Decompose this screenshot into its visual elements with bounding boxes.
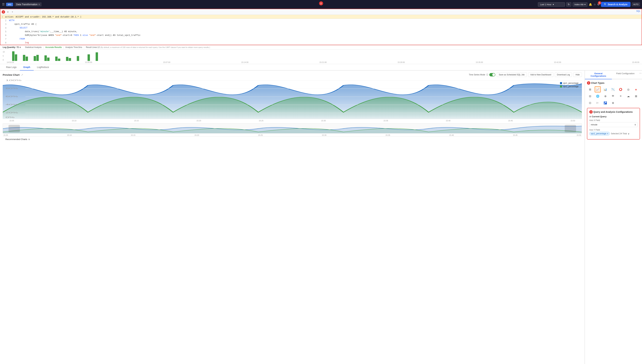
log-quantity[interactable]: Log Quantity: 72 ∧: [3, 46, 21, 48]
hist-bar-11[interactable]: [36, 55, 39, 61]
axis-y-values: vpc1_percentage × Selected 2/4 Total ∨: [589, 132, 637, 136]
tab-graph[interactable]: Graph: [20, 64, 34, 70]
hist-bar-18[interactable]: [55, 56, 58, 61]
add-button[interactable]: +: [11, 10, 14, 14]
hist-bar-30[interactable]: [88, 54, 90, 61]
toolbar-left: 1 ∨ +: [2, 10, 14, 14]
hist-bar-14[interactable]: [45, 55, 47, 61]
result-lines: Result Lines:12: [86, 46, 100, 48]
chart-type-table[interactable]: ⊞: [587, 86, 593, 92]
vpc1-chip[interactable]: vpc1_percentage ×: [589, 132, 610, 136]
time-series-label: Time Series Mode: [469, 74, 485, 76]
add-to-dashboard-button[interactable]: Add to New Dashboard: [528, 72, 553, 77]
recommended-charts-row[interactable]: Recommended Charts ∨: [3, 136, 582, 142]
index-attr-button[interactable]: Index Attr ▾: [573, 2, 587, 6]
chart-type-other[interactable]: ⊕: [610, 100, 616, 106]
code-line-3: 3 vpc1_traffic AS (: [0, 22, 642, 26]
stats-details: Statistical Analysis | Accurate Results …: [25, 46, 639, 48]
axis-x-select[interactable]: minute ∨: [589, 122, 637, 127]
top-bar-right: Last 1 Hour ▾ ↻ Index Attr ▾ 🔔 ☆ ⚙ 5 🔍 S…: [538, 2, 640, 7]
chart-type-pie[interactable]: ⭕: [617, 86, 624, 92]
svg-text:40%: 40%: [6, 104, 18, 106]
chart-type-geo[interactable]: 🔺: [633, 86, 639, 92]
tab-raw-logs[interactable]: Raw Logs: [3, 64, 20, 70]
tab-logreduce[interactable]: LogReduce: [34, 64, 53, 70]
compress-icon[interactable]: ⤢: [21, 73, 23, 76]
histogram-bars[interactable]: [7, 51, 639, 61]
hist-bar-26[interactable]: [77, 56, 79, 61]
chart-type-area[interactable]: 📉: [610, 86, 616, 92]
search-bar-line[interactable]: 1 action: ACCEPT and srcaddr: 192.168.* …: [0, 15, 642, 19]
code-editor-body[interactable]: 2WITH3 vpc1_traffic AS (4 SELECT5 date_t…: [0, 19, 642, 45]
sep2: |: [84, 46, 84, 48]
tab-field-config[interactable]: Field Configuration: [612, 70, 639, 79]
editor-corner-actions: SQL: [636, 10, 640, 12]
search-analyze-button[interactable]: 🔍 Search & Analyze: [601, 2, 630, 7]
hist-bar-15[interactable]: [47, 58, 50, 61]
query-config-section: 4 Query and Analysis Configurations ∧ Cu…: [587, 108, 640, 140]
star-icon[interactable]: ☆: [593, 3, 596, 6]
auto-button[interactable]: AUTO: [632, 2, 640, 6]
svg-text:0%: 0%: [6, 116, 15, 118]
hist-bar-10[interactable]: [34, 56, 36, 61]
chart-type-bar[interactable]: 📊: [602, 86, 608, 92]
sep-icon: |: [43, 46, 44, 48]
time-series-toggle-wrap: Time Series Mode ⓘ: [469, 73, 495, 76]
chart-type-radar[interactable]: ⊢: [595, 100, 601, 106]
chart-type-scatter[interactable]: ⊡: [587, 100, 593, 106]
query-config-title: 4 Query and Analysis Configurations: [589, 110, 637, 114]
hist-bar-7[interactable]: [26, 56, 28, 61]
hist-bar-3[interactable]: [15, 54, 17, 61]
badge-4: 4: [589, 110, 593, 114]
arrow-left-icon[interactable]: ‹: [639, 72, 640, 78]
external-link-icon: ⧉: [39, 3, 40, 6]
hide-button[interactable]: Hide: [573, 72, 582, 77]
time-selector[interactable]: Last 1 Hour ▾: [538, 2, 565, 6]
area-chart-container: 100% 80% 60% 40% 20% 0% vpc1_percentage: [3, 78, 582, 119]
hist-bar-2[interactable]: [12, 51, 15, 61]
tabs-row: Raw Logs Graph LogReduce: [0, 64, 642, 70]
chart-x-labels: 15:0515:1015:1515:2015:2515:3015:3515:40…: [3, 119, 582, 122]
download-log-button[interactable]: Download Log: [555, 72, 572, 77]
legend-label-vpc1: vpc1_percentage: [563, 82, 578, 84]
selected-total: Selected 2/4 Total: [611, 132, 627, 135]
data-transformation-tab[interactable]: Data Transformation ⧉: [15, 2, 42, 6]
mini-chart-x-labels: 15:0515:1015:1515:2015:2515:3015:3515:40…: [3, 134, 582, 136]
chart-type-table2[interactable]: ⊟: [587, 93, 593, 99]
right-panel: General Configurations Field Configurati…: [585, 70, 642, 364]
chip-remove-icon[interactable]: ×: [607, 132, 608, 135]
chart-type-heatmap[interactable]: 👁: [610, 93, 616, 99]
chevron-up2-icon: ∧: [589, 115, 591, 118]
sql-link[interactable]: SQL: [636, 10, 640, 12]
hist-bar-22[interactable]: [66, 57, 68, 61]
chart-type-sankey[interactable]: 🚰: [602, 100, 608, 106]
workspace-label[interactable]: zh1: [6, 3, 13, 6]
accurate-results[interactable]: Accurate Results: [45, 46, 62, 48]
time-series-toggle[interactable]: [489, 73, 495, 76]
chart-type-donut[interactable]: ◎: [625, 86, 631, 92]
hist-bar-6[interactable]: [23, 55, 25, 61]
mini-chart[interactable]: [3, 123, 582, 134]
chart-type-world[interactable]: 🌐: [595, 93, 601, 99]
hamburger-icon[interactable]: ☰: [2, 2, 5, 6]
refresh-button[interactable]: ↻: [566, 2, 571, 6]
save-sql-job-button[interactable]: Save as Scheduled SQL Job: [497, 72, 527, 77]
selected-chevron[interactable]: ∨: [628, 132, 629, 135]
svg-text:20%: 20%: [6, 112, 18, 114]
arrow-right-icon[interactable]: ›: [641, 72, 641, 78]
hist-bar-19[interactable]: [58, 58, 60, 61]
legend-item-vpc1: vpc1_percentage: [560, 82, 578, 84]
stats-bar: Log Quantity: 72 ∧ Statistical Analysis …: [0, 45, 642, 50]
chart-type-line[interactable]: 📈: [595, 86, 601, 92]
chart-actions: Time Series Mode ⓘ Save as Scheduled SQL…: [469, 72, 582, 77]
chart-type-list[interactable]: ≡: [617, 93, 624, 99]
chart-type-network[interactable]: ⊠: [633, 93, 639, 99]
collapse-button[interactable]: ∨: [6, 10, 10, 14]
hist-bar-33[interactable]: [96, 52, 98, 61]
chart-type-word[interactable]: ☁: [625, 93, 631, 99]
hist-bar-23[interactable]: [69, 58, 71, 61]
legend-label-vpc2: vpc2_percentage: [563, 85, 578, 88]
bell-icon[interactable]: 🔔: [589, 3, 592, 6]
chart-type-china[interactable]: ⊕: [602, 93, 608, 99]
tab-general-config[interactable]: General Configurations: [585, 70, 612, 79]
